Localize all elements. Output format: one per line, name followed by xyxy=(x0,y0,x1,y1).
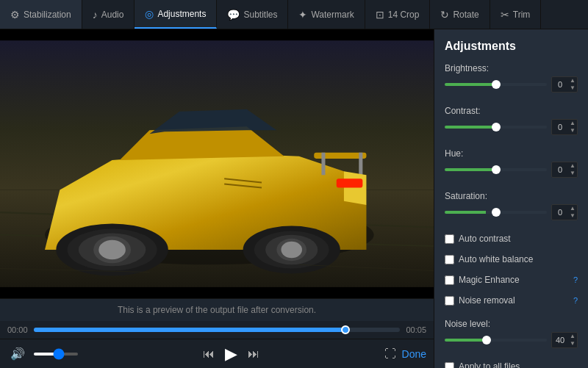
contrast-label: Contrast: xyxy=(445,106,578,116)
hue-value: 0 xyxy=(552,165,568,174)
center-controls: ⏮ ▶ ⏭ xyxy=(200,344,262,364)
contrast-value: 0 xyxy=(552,123,568,131)
tab-adjustments-label: Adjustments xyxy=(157,9,206,19)
svg-point-18 xyxy=(281,242,301,258)
auto-white-balance-row: Auto white balance xyxy=(445,254,578,264)
auto-white-balance-checkbox[interactable] xyxy=(445,255,454,264)
apply-all-row: Apply to all files xyxy=(445,361,578,368)
tab-trim-label: Trim xyxy=(513,10,531,20)
auto-contrast-checkbox[interactable] xyxy=(445,234,454,244)
hue-up[interactable]: ▲ xyxy=(568,162,577,170)
tab-trim[interactable]: ✂ Trim xyxy=(490,0,542,29)
trim-icon: ✂ xyxy=(501,9,509,21)
hue-slider[interactable] xyxy=(445,168,547,171)
saturation-up[interactable]: ▲ xyxy=(568,205,577,212)
video-area: This is a preview of the output file aft… xyxy=(0,29,434,368)
car-scene-svg xyxy=(0,29,434,298)
fullscreen-button[interactable]: ⛶ xyxy=(384,347,396,361)
tab-adjustments[interactable]: ◎ Adjustments xyxy=(135,0,217,29)
noise-level-up[interactable]: ▲ xyxy=(568,333,577,340)
tab-audio[interactable]: ♪ Audio xyxy=(82,0,135,29)
skip-back-button[interactable]: ⏮ xyxy=(200,344,218,364)
time-bar-row: 00:00 00:05 xyxy=(7,325,426,334)
contrast-section: Contrast: 0 ▲ ▼ xyxy=(445,106,578,141)
brightness-label: Brightness: xyxy=(445,63,578,73)
left-controls: 🔊 xyxy=(7,344,78,364)
contrast-row: 0 ▲ ▼ xyxy=(445,119,578,135)
done-button-bottom[interactable]: Done xyxy=(402,348,426,360)
crop-icon: ⊡ xyxy=(376,9,384,21)
noise-level-value: 40 xyxy=(552,336,568,344)
stabilization-icon: ⚙ xyxy=(10,9,20,21)
tab-watermark[interactable]: ✦ Watermark xyxy=(288,0,365,29)
skip-forward-button[interactable]: ⏭ xyxy=(245,344,262,364)
tab-watermark-label: Watermark xyxy=(311,10,354,20)
noise-removal-checkbox[interactable] xyxy=(445,296,454,306)
time-start: 00:00 xyxy=(7,325,28,334)
tab-rotate[interactable]: ↻ Rotate xyxy=(430,0,490,29)
right-controls: ⛶ Done xyxy=(384,347,426,361)
right-panel: Adjustments Brightness: 0 ▲ ▼ Contrast: xyxy=(434,29,588,368)
tab-subtitles[interactable]: 💬 Subtitles xyxy=(217,0,288,29)
tab-subtitles-label: Subtitles xyxy=(243,10,277,20)
noise-removal-label: Noise removal xyxy=(459,295,515,306)
panel-actions: Apply to all files Reset Apply Done xyxy=(445,361,578,368)
magic-enhance-row: Magic Enhance ? xyxy=(445,275,578,285)
magic-enhance-label: Magic Enhance xyxy=(459,275,520,285)
timeline-fill xyxy=(34,328,345,332)
audio-icon: ♪ xyxy=(93,9,98,21)
saturation-arrows: ▲ ▼ xyxy=(568,205,577,220)
contrast-arrows: ▲ ▼ xyxy=(568,120,577,134)
contrast-up[interactable]: ▲ xyxy=(568,120,577,127)
video-preview xyxy=(0,29,434,298)
preview-text: This is a preview of the output file aft… xyxy=(0,298,434,321)
hue-spin: 0 ▲ ▼ xyxy=(551,162,578,178)
tab-stabilization[interactable]: ⚙ Stabilization xyxy=(0,0,82,29)
timeline-area: 00:00 00:05 xyxy=(0,321,434,339)
brightness-down[interactable]: ▼ xyxy=(568,84,577,92)
noise-level-slider[interactable] xyxy=(445,339,547,342)
timeline-thumb[interactable] xyxy=(341,325,350,334)
hue-section: Hue: 0 ▲ ▼ xyxy=(445,148,578,184)
saturation-label: Saturation: xyxy=(445,191,578,201)
tab-audio-label: Audio xyxy=(101,10,124,20)
svg-point-13 xyxy=(98,240,126,259)
brightness-spin: 0 ▲ ▼ xyxy=(551,76,578,93)
saturation-value: 0 xyxy=(552,208,568,217)
magic-enhance-checkbox[interactable] xyxy=(445,275,454,285)
noise-level-down[interactable]: ▼ xyxy=(568,340,577,347)
adjustments-icon: ◎ xyxy=(145,8,154,20)
panel-title: Adjustments xyxy=(445,40,578,53)
main-content: This is a preview of the output file aft… xyxy=(0,29,588,368)
brightness-arrows: ▲ ▼ xyxy=(568,77,577,92)
noise-removal-help-icon[interactable]: ? xyxy=(573,296,578,305)
saturation-slider[interactable] xyxy=(445,211,547,214)
brightness-up[interactable]: ▲ xyxy=(568,77,577,84)
hue-down[interactable]: ▼ xyxy=(568,170,577,177)
brightness-section: Brightness: 0 ▲ ▼ xyxy=(445,63,578,98)
saturation-down[interactable]: ▼ xyxy=(568,212,577,220)
tab-crop[interactable]: ⊡ 14 Crop xyxy=(365,0,431,29)
bottom-controls: 🔊 ⏮ ▶ ⏭ ⛶ Done xyxy=(0,339,434,368)
apply-all-checkbox[interactable] xyxy=(445,362,454,369)
noise-level-spin: 40 ▲ ▼ xyxy=(551,332,578,348)
subtitles-icon: 💬 xyxy=(227,9,240,21)
auto-white-balance-label: Auto white balance xyxy=(459,254,533,264)
tab-rotate-label: Rotate xyxy=(453,10,478,20)
saturation-spin: 0 ▲ ▼ xyxy=(551,204,578,220)
tab-stabilization-label: Stabilization xyxy=(24,10,71,20)
brightness-slider[interactable] xyxy=(445,83,547,86)
play-button[interactable]: ▶ xyxy=(225,344,237,364)
time-end: 00:05 xyxy=(406,325,426,334)
brightness-value: 0 xyxy=(552,80,568,89)
volume-button[interactable]: 🔊 xyxy=(7,344,28,364)
contrast-slider[interactable] xyxy=(445,126,547,129)
magic-enhance-help-icon[interactable]: ? xyxy=(573,275,578,284)
volume-slider[interactable] xyxy=(34,353,78,356)
timeline-bar[interactable] xyxy=(34,328,401,332)
noise-level-label: Noise level: xyxy=(445,319,578,329)
contrast-down[interactable]: ▼ xyxy=(568,127,577,134)
brightness-row: 0 ▲ ▼ xyxy=(445,76,578,93)
noise-level-arrows: ▲ ▼ xyxy=(568,333,577,347)
contrast-spin: 0 ▲ ▼ xyxy=(551,119,578,135)
